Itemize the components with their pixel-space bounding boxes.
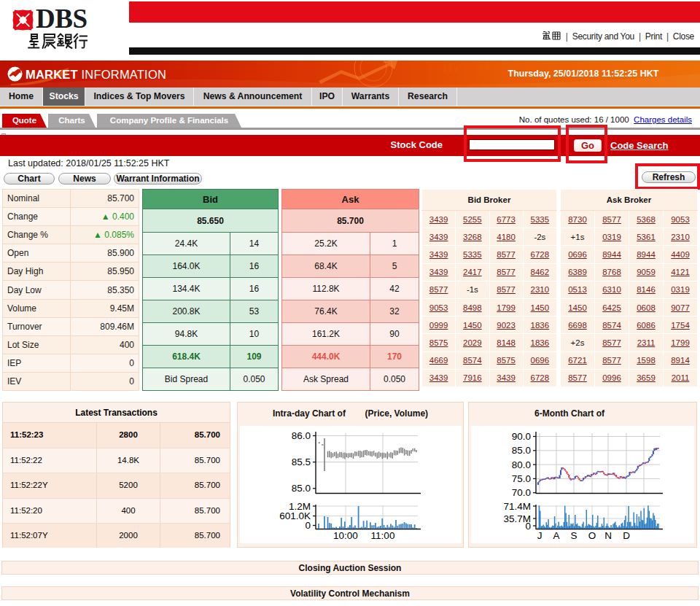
svg-text:90.0: 90.0 <box>512 431 531 442</box>
svg-text:70.0: 70.0 <box>512 487 531 498</box>
svg-text:10:00: 10:00 <box>333 530 358 541</box>
svg-text:J: J <box>537 530 542 541</box>
svg-text:71.4M: 71.4M <box>503 501 531 512</box>
svg-text:N: N <box>604 530 612 541</box>
svg-text:86.0: 86.0 <box>292 430 311 441</box>
svg-text:A: A <box>553 530 559 541</box>
svg-text:S: S <box>570 530 577 541</box>
svg-text:85.0: 85.0 <box>512 445 531 456</box>
svg-text:85.0: 85.0 <box>292 483 311 494</box>
svg-text:O: O <box>588 530 596 541</box>
svg-text:0: 0 <box>525 521 531 532</box>
svg-text:75.0: 75.0 <box>512 473 531 484</box>
svg-text:80.0: 80.0 <box>512 459 531 470</box>
svg-text:11:00: 11:00 <box>371 530 395 541</box>
svg-text:D: D <box>623 530 630 541</box>
svg-text:0: 0 <box>305 520 311 531</box>
svg-text:85.5: 85.5 <box>292 457 311 467</box>
